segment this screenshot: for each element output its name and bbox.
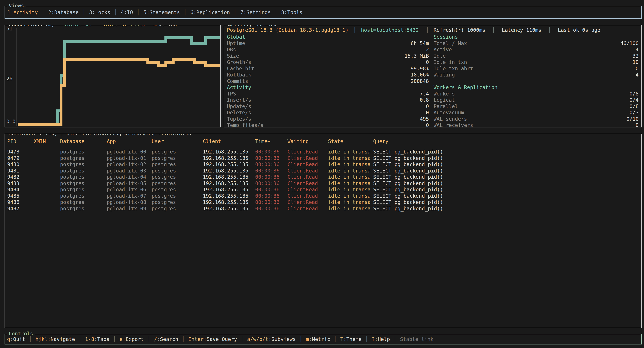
table-row[interactable]: 9486postgrespgload-itx-08postgres192.168… [5, 199, 641, 205]
tab-statements[interactable]: 5:Statements [144, 9, 180, 15]
key-glyph: 1-8 [85, 336, 94, 342]
cell-database: postgres [60, 161, 84, 168]
cell-state: idle in transa [328, 155, 371, 161]
cell-app: pgload-itx-03 [107, 168, 146, 174]
cell-pid: 9480 [7, 161, 19, 168]
key-glyph: a/w/b/t [247, 336, 268, 342]
metric-value: 46/100 [620, 40, 638, 47]
cell-user: postgres [152, 168, 176, 174]
keybinding-search[interactable]: /:Search [154, 336, 178, 342]
column-header-user[interactable]: User [152, 138, 164, 145]
cell-waiting: ClientRead [288, 168, 318, 174]
table-row[interactable]: 9482postgrespgload-itx-04postgres192.168… [5, 174, 641, 180]
keybinding-subviews[interactable]: a/w/b/t:Subviews [247, 336, 296, 342]
table-row[interactable]: 9480postgrespgload-itx-02postgres192.168… [5, 161, 641, 168]
section-heading-label: Activity [227, 84, 251, 91]
tab-activity[interactable]: 1:Activity [8, 9, 38, 15]
tab-locks[interactable]: 3:Locks [89, 9, 110, 15]
summary-metric-row: Workers0/8 [434, 91, 638, 97]
column-header-app[interactable]: App [107, 138, 116, 145]
column-header-database[interactable]: Database [60, 138, 84, 145]
cell-waiting: ClientRead [288, 174, 318, 180]
key-colon: : [157, 336, 160, 342]
column-header-pid[interactable]: PID [7, 138, 16, 145]
tab-settings[interactable]: 7:Settings [240, 9, 271, 15]
cell-pid: 9481 [7, 168, 19, 174]
keybinding-tabs[interactable]: 1-8:Tabs [85, 336, 110, 342]
series-total-line [18, 38, 220, 125]
table-row[interactable]: 9485postgrespgload-itx-07postgres192.168… [5, 193, 641, 199]
cell-waiting: ClientRead [288, 193, 318, 199]
cell-client: 192.168.255.135 [203, 186, 248, 193]
tab-separator: │ [137, 9, 140, 15]
summary-metric-row: WAL receivers0 [434, 122, 638, 127]
table-row[interactable]: 9483postgrespgload-itx-05postgres192.168… [5, 180, 641, 187]
cell-app: pgload-itx-02 [107, 161, 146, 168]
column-header-query[interactable]: Query [373, 138, 388, 145]
key-colon: : [122, 336, 126, 342]
keybinding-quit[interactable]: q:Quit [7, 336, 25, 342]
tab-database[interactable]: 2:Database [48, 9, 79, 15]
table-row[interactable]: 9484postgrespgload-itx-06postgres192.168… [5, 186, 641, 193]
cell-app: pgload-itx-09 [107, 205, 146, 212]
key-colon: : [268, 336, 272, 342]
key-colon: : [94, 336, 97, 342]
tab-replication[interactable]: 6:Replication [190, 9, 230, 15]
cell-database: postgres [60, 174, 84, 180]
metric-value: 0 [636, 65, 638, 72]
cell-state: idle in transa [328, 149, 371, 155]
column-header-client[interactable]: Client [203, 138, 221, 145]
metric-label: Workers [434, 91, 455, 97]
cell-waiting: ClientRead [288, 155, 318, 161]
cell-database: postgres [60, 199, 84, 205]
keybinding-help[interactable]: ?:Help [372, 336, 390, 342]
metric-value: 15.3 MiB [405, 53, 429, 59]
metric-value: 0 [426, 109, 429, 116]
metric-value: 0/8 [630, 91, 638, 97]
cell-time: 00:00:36 [255, 186, 280, 193]
keybinding-theme[interactable]: T:Theme [340, 336, 362, 342]
footer-separator: │ [299, 336, 302, 342]
table-row[interactable]: 9478postgrespgload-itx-00postgres192.168… [5, 149, 641, 155]
column-header-waiting[interactable]: Waiting [288, 138, 309, 145]
footer-separator: │ [147, 336, 150, 342]
cell-query: SELECT pg_backend_pid() [373, 205, 443, 212]
summary-metric-row: Insert/s0.8 [227, 97, 429, 103]
metric-value: 18.06% [411, 72, 429, 78]
key-glyph: T [340, 336, 344, 342]
section-heading-label: Global [227, 34, 245, 40]
cell-state: idle in transa [328, 180, 371, 187]
keybinding-navigate[interactable]: hjkl:Navigate [35, 336, 75, 342]
summary-metric-row: Uptime6h 54m [227, 40, 429, 47]
column-header-xmin[interactable]: XMIN [34, 138, 46, 145]
cell-user: postgres [152, 186, 176, 193]
metric-label: Cache hit [227, 65, 254, 72]
metric-label: Temp files/s [227, 122, 264, 127]
refresh-info-line: Refresh(r) 1000ms │ Latency 110ms │ Last… [434, 27, 600, 33]
key-action-label: Tabs [97, 336, 110, 342]
footer-separator: │ [29, 336, 32, 342]
stable-link-indicator: Stable link [400, 336, 434, 342]
cell-time: 00:00:36 [255, 161, 280, 168]
metric-label: Idle [434, 53, 446, 59]
table-row[interactable]: 9487postgrespgload-itx-09postgres192.168… [5, 205, 641, 212]
key-action-label: Export [126, 336, 144, 342]
tab-tools[interactable]: 8:Tools [281, 9, 302, 15]
metric-label: Waiting [434, 72, 455, 78]
keybinding-metric[interactable]: m:Metric [306, 336, 330, 342]
metric-label: Total / Max [434, 40, 467, 47]
keybinding-save-query[interactable]: Enter:Save Query [188, 336, 237, 342]
summary-blank-row [434, 78, 638, 84]
latency-value: Latency 110ms [502, 27, 541, 33]
column-header-state[interactable]: State [328, 138, 343, 145]
cell-app: pgload-itx-07 [107, 193, 146, 199]
summary-metric-row: Growth/s0 [227, 59, 429, 65]
table-row[interactable]: 9479postgrespgload-itx-01postgres192.168… [5, 155, 641, 161]
cell-user: postgres [152, 161, 176, 168]
footer-separator: │ [365, 336, 368, 342]
keybinding-export[interactable]: e:Export [120, 336, 144, 342]
column-header-time[interactable]: Time+ [255, 138, 270, 145]
tab-io[interactable]: 4:IO [121, 9, 133, 15]
metric-value: 0/3 [630, 109, 638, 116]
table-row[interactable]: 9481postgrespgload-itx-03postgres192.168… [5, 168, 641, 174]
